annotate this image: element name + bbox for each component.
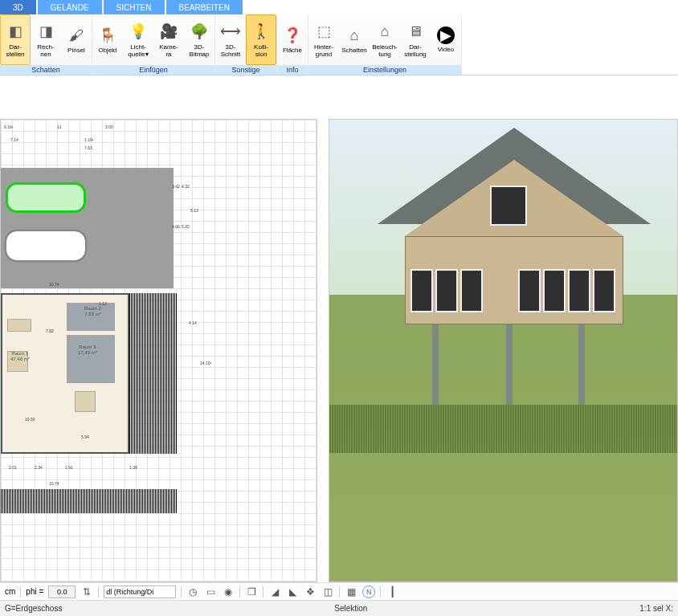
dim: 5.13: [190, 208, 198, 213]
cube-icon[interactable]: ◫: [321, 585, 334, 598]
furniture: [7, 319, 31, 332]
cube-calc-icon: ◨: [36, 22, 55, 42]
tab-3d[interactable]: 3D: [0, 0, 36, 14]
play-icon: ▶: [437, 27, 455, 44]
phi-input[interactable]: [48, 585, 76, 598]
dim: 1.91: [65, 465, 73, 470]
btn-l1: Beleuch-: [372, 43, 398, 51]
vegetation: [129, 293, 178, 454]
group-label-sonstige: Sonstige: [215, 65, 276, 75]
dim: 7.63: [84, 145, 92, 150]
dim: 1.19²: [84, 137, 93, 142]
layers-icon[interactable]: ❖: [304, 585, 317, 598]
brush-icon: 🖌: [67, 26, 86, 45]
tree-icon: 🌳: [190, 22, 209, 42]
gable-window: [490, 186, 527, 226]
car-selected[interactable]: [6, 182, 86, 213]
room1-label: Raum 147,46 m²: [10, 351, 30, 362]
ribbon-group-einfuegen: 🪑 Objekt 💡 Licht- quelle▾ 🎥 Kame- ra 🌳 3…: [92, 14, 215, 75]
dim: 2.01: [9, 465, 17, 470]
3d-viewport[interactable]: [329, 119, 678, 582]
upper-wall: [405, 236, 623, 324]
group-label-info: Info: [277, 65, 308, 75]
angle2-icon[interactable]: ◣: [286, 585, 299, 598]
btn-l1: 3D-: [226, 43, 236, 51]
dim: 10.74: [49, 282, 59, 287]
window: [518, 269, 541, 312]
video-button[interactable]: ▶ Video: [431, 14, 461, 65]
rechnen-button[interactable]: ◨ Rech- nen: [31, 14, 61, 65]
dim: 2.34: [35, 465, 43, 470]
person-icon: 🚶: [251, 22, 271, 42]
3d-schnitt-button[interactable]: ⟷ 3D- Schnitt: [215, 14, 246, 65]
btn-l1: Hinter-: [314, 43, 333, 51]
chair-icon: 🪑: [98, 26, 117, 45]
furniture: [75, 391, 96, 412]
house-outline: Raum 147,46 m² Raum 27,53 m² Raum 317,49…: [1, 293, 129, 454]
ribbon: ◧ Dar- stellen ◨ Rech- nen 🖌 Pinsel Scha…: [0, 14, 678, 75]
house-3d: [378, 128, 651, 425]
pinsel-button[interactable]: 🖌 Pinsel: [61, 14, 92, 65]
grass-foreground: [329, 405, 677, 453]
phi-label: phi =: [26, 587, 43, 596]
tab-bearbeiten[interactable]: BEARBEITEN: [166, 0, 243, 14]
lichtquelle-button[interactable]: 💡 Licht- quelle▾: [123, 14, 153, 65]
window: [593, 269, 615, 312]
spinner-icon[interactable]: ⇅: [80, 585, 93, 598]
angle1-icon[interactable]: ◢: [268, 585, 281, 598]
bar-icon[interactable]: ┃: [386, 585, 398, 598]
objekt-button[interactable]: 🪑 Objekt: [92, 14, 123, 65]
3d-bitmap-button[interactable]: 🌳 3D- Bitmap: [184, 14, 214, 65]
unit-label: cm: [5, 587, 15, 596]
pillar: [432, 324, 439, 405]
window: [460, 269, 483, 312]
group-label-schatten: Schatten: [0, 65, 92, 75]
tab-sichten[interactable]: SICHTEN: [104, 0, 165, 14]
btn-l2: sion: [255, 51, 268, 58]
kamera-button[interactable]: 🎥 Kame- ra: [153, 14, 184, 65]
dim: 4.32: [182, 184, 190, 189]
darstellen-button[interactable]: ◧ Dar- stellen: [0, 14, 31, 65]
status-bar: G=Erdgeschoss Selektion 1:1 sel X:: [0, 600, 678, 616]
house-shadow-icon: ⌂: [345, 26, 364, 45]
separator: [98, 586, 99, 598]
btn-l2: Schnitt: [221, 51, 240, 58]
floorplan-viewport[interactable]: Raum 147,46 m² Raum 27,53 m² Raum 317,49…: [0, 119, 317, 582]
room-blue-1: [67, 335, 115, 383]
screen-icon[interactable]: ▭: [204, 585, 217, 598]
background-icon: ⬚: [314, 22, 333, 42]
btn-l2: quelle▾: [128, 51, 148, 58]
car[interactable]: [6, 230, 86, 261]
schatten-settings-button[interactable]: ⌂ Schatten: [339, 14, 370, 65]
vegetation: [1, 489, 178, 513]
tab-gelaende[interactable]: GELÄNDE: [38, 0, 102, 14]
dim: 10.50: [25, 417, 35, 422]
flaeche-button[interactable]: ❓ Fläche: [277, 14, 308, 65]
btn-l2: stellung: [404, 51, 427, 58]
beleuchtung-button[interactable]: ⌂ Beleuch- tung: [370, 14, 400, 65]
bottom-toolbar: cm phi = ⇅ dl (Richtung/Di ◷ ▭ ◉ ❒ ◢ ◣ ❖…: [0, 582, 678, 600]
house-light-icon: ⌂: [375, 22, 394, 42]
stack-icon[interactable]: ❒: [245, 585, 258, 598]
status-left: G=Erdgeschoss: [5, 604, 62, 613]
btn-l2: Bitmap: [190, 51, 210, 58]
kollision-button[interactable]: 🚶 Kolli- sion: [246, 14, 276, 65]
dim: 7.82: [46, 328, 54, 333]
ribbon-group-info: ❓ Fläche Info: [277, 14, 308, 75]
darstellung-button[interactable]: 🖥 Dar- stellung: [400, 14, 431, 65]
clock-icon[interactable]: ◷: [186, 585, 199, 598]
window: [410, 269, 433, 312]
separator: [339, 586, 340, 598]
north-icon[interactable]: N: [362, 585, 375, 598]
btn-l1: Dar-: [9, 43, 22, 51]
separator: [20, 586, 21, 598]
hintergrund-button[interactable]: ⬚ Hinter- grund: [308, 14, 339, 65]
dim: 1.12: [99, 301, 107, 306]
btn-l1: Rech-: [37, 43, 54, 51]
globe-icon[interactable]: ◉: [222, 585, 235, 598]
dim: 5.94: [81, 434, 89, 439]
cube-shadow-icon: ◧: [6, 22, 25, 42]
window: [568, 269, 590, 312]
grid-icon[interactable]: ▦: [345, 585, 357, 598]
direction-combo[interactable]: dl (Richtung/Di: [104, 585, 176, 598]
